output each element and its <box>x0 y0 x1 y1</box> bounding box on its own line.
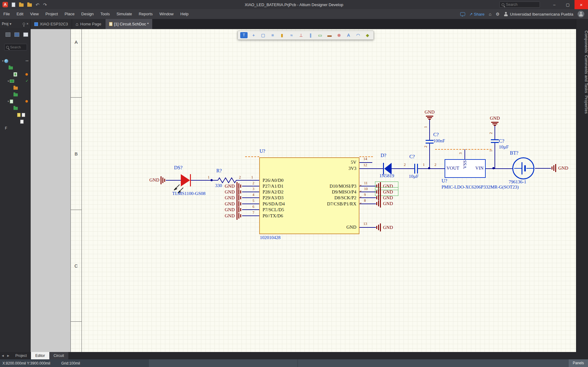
account-menu[interactable]: Universidad Iberoamericana Puebla <box>504 12 573 17</box>
global-search-input[interactable] <box>506 2 538 7</box>
menu-window[interactable]: Window <box>156 9 177 19</box>
place-wire-icon[interactable]: ≈ <box>287 32 296 39</box>
open-project-icon[interactable] <box>19 3 24 7</box>
tab-editor[interactable]: Editor <box>31 352 49 359</box>
open-document-icon[interactable] <box>27 3 32 7</box>
pin-name: GND <box>333 224 356 230</box>
new-document-icon[interactable] <box>12 2 15 7</box>
schematic-viewport[interactable]: A B C T + ▢ ≡ ▮ ≈ ⊥ ∥ ▭ ▬ ⊗ A ◠ ◆ GND <box>31 29 576 352</box>
tree-item-folder[interactable] <box>0 105 30 111</box>
capacitor-designator: C? <box>499 138 504 144</box>
global-search[interactable] <box>499 2 540 8</box>
tree-item-docs[interactable] <box>0 111 30 118</box>
caret-down-icon[interactable]: ▾ <box>1 59 4 62</box>
menu-help[interactable]: Help <box>177 9 192 19</box>
project-options-icon[interactable] <box>23 32 28 37</box>
pin-number: 7 <box>252 211 254 215</box>
caret-down-icon[interactable]: ▾ <box>7 80 10 83</box>
capacitor-plate[interactable] <box>491 139 499 140</box>
tree-item-file[interactable]: F <box>0 125 30 132</box>
tree-item-board[interactable]: ▾ ✓ <box>0 78 30 84</box>
pin-number: 2 <box>252 181 254 185</box>
menubar-right: ↗ Share ⌂ ⚙ Universidad Iberoamericana P… <box>460 11 588 17</box>
move-icon[interactable]: + <box>249 32 258 39</box>
tree-item-doc[interactable] <box>0 118 30 125</box>
tree-item-folder[interactable] <box>0 64 30 71</box>
menu-view[interactable]: View <box>27 9 42 19</box>
tree-item-project[interactable]: ▾ ••• <box>0 58 30 64</box>
place-sheet-symbol-icon[interactable]: ▭ <box>315 32 325 39</box>
panels-button[interactable]: Panels <box>569 359 588 367</box>
place-power-port-icon[interactable]: ⊥ <box>296 32 306 39</box>
tree-item-schematic[interactable]: ▾ <box>0 98 30 105</box>
tab-circuit-schdoc[interactable]: [1] Circuit.SchDoc * <box>105 19 153 29</box>
align-icon[interactable]: ≡ <box>268 32 277 39</box>
capacitor-plate[interactable] <box>426 140 434 141</box>
pin-number: 2 <box>434 163 436 167</box>
tab-comments-tasks[interactable]: Comments and Tasks <box>576 52 588 96</box>
battery-comment: 796136-1 <box>509 179 526 185</box>
tab-scroll-left-icon[interactable]: ◀ <box>0 352 6 359</box>
net-label-gnd: GND <box>213 207 235 212</box>
measure-icon[interactable]: ▮ <box>277 32 287 39</box>
place-text-icon[interactable]: A <box>344 32 353 39</box>
settings-gear-icon[interactable]: ⚙ <box>496 12 500 17</box>
redo-icon[interactable]: ↷ <box>43 2 47 7</box>
projects-search[interactable] <box>4 44 27 51</box>
tab-scroll-right-icon[interactable]: ▶ <box>6 352 11 359</box>
save-project-icon[interactable] <box>6 32 10 37</box>
menu-place[interactable]: Place <box>61 9 78 19</box>
menu-edit[interactable]: Edit <box>13 9 27 19</box>
wire <box>465 149 465 159</box>
menu-reports[interactable]: Reports <box>135 9 156 19</box>
tab-properties[interactable]: Properties <box>576 92 588 117</box>
place-polygon-icon[interactable]: ◆ <box>363 32 372 39</box>
tab-project[interactable]: Project <box>11 352 31 359</box>
place-net-label-icon[interactable]: ▬ <box>325 32 334 39</box>
pin-name: P0//TX/D6 <box>263 213 283 219</box>
more-options-icon[interactable]: ••• <box>26 59 28 62</box>
tab-xiao-esp32c3[interactable]: XIAO ESP32C3 <box>31 19 72 29</box>
pcb-tab-icon <box>34 22 38 26</box>
capacitor-plate[interactable] <box>491 142 499 143</box>
panel-close-icon[interactable]: × <box>26 22 28 26</box>
chevron-down-icon[interactable]: ▾ <box>9 22 11 26</box>
tree-item-folder-orange[interactable] <box>0 84 30 91</box>
tree-item-pcb-doc[interactable] <box>0 71 30 78</box>
pin-name: P7/SCL/D5 <box>263 207 284 212</box>
place-no-erc-icon[interactable]: ⊗ <box>334 32 344 39</box>
place-arc-icon[interactable]: ◠ <box>353 32 363 39</box>
pin-icon[interactable] <box>23 23 25 25</box>
minimize-button[interactable]: – <box>548 0 561 9</box>
home-icon[interactable]: ⌂ <box>489 12 491 17</box>
share-button[interactable]: ↗ Share <box>469 12 485 17</box>
tab-circuit[interactable]: Circuit <box>49 352 68 359</box>
gnd-power-port-icon <box>380 200 381 208</box>
capacitor-plate[interactable] <box>426 143 434 144</box>
tab-home-page[interactable]: ⌂ Home Page <box>72 19 105 29</box>
menu-tools[interactable]: Tools <box>97 9 113 19</box>
avatar[interactable] <box>578 11 584 17</box>
projects-panel-header[interactable]: Proj ▾ × <box>0 19 30 29</box>
select-region-icon[interactable]: ▢ <box>258 32 268 39</box>
pin-number: 1 <box>424 126 427 128</box>
caret-down-icon[interactable]: ▾ <box>7 100 10 103</box>
selection-filter-icon[interactable]: T <box>240 32 248 38</box>
wire <box>495 126 495 139</box>
projects-search-input[interactable] <box>10 45 25 49</box>
menu-file[interactable]: File <box>0 9 13 19</box>
avatar-person-icon <box>579 12 583 16</box>
maximize-button[interactable]: ▢ <box>561 0 575 9</box>
capacitor-plate[interactable] <box>414 164 415 174</box>
comments-icon[interactable] <box>460 12 465 16</box>
place-bus-icon[interactable]: ∥ <box>306 32 315 39</box>
close-button[interactable]: × <box>575 0 588 9</box>
undo-icon[interactable]: ↶ <box>36 2 40 7</box>
pin-number: 1 <box>251 175 253 179</box>
menu-project[interactable]: Project <box>42 9 61 19</box>
menu-simulate[interactable]: Simulate <box>113 9 135 19</box>
menu-design[interactable]: Design <box>78 9 97 19</box>
compile-project-icon[interactable] <box>14 32 19 37</box>
pin-number: 12 <box>363 163 367 167</box>
tree-item-folder[interactable] <box>0 91 30 98</box>
